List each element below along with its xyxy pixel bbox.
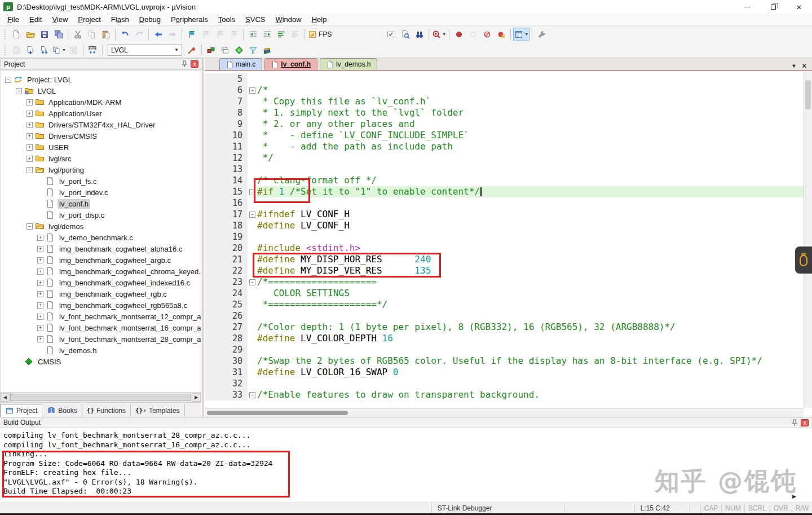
editor-tab-lv_conf.h[interactable]: lv_conf.h [264, 58, 317, 70]
tree-item[interactable]: +Drivers/CMSIS [1, 130, 201, 142]
code-line-24[interactable]: 24 COLOR SETTINGS [205, 288, 804, 299]
fold-collapse-icon[interactable]: − [249, 189, 255, 195]
manage-rte-button[interactable] [204, 43, 218, 57]
expander-icon[interactable]: − [27, 167, 33, 173]
code-editor[interactable]: 56−/*7 * Copy this file as `lv_conf.h`8 … [205, 71, 804, 408]
tree-item[interactable]: +Drivers/STM32F4xx_HAL_Driver [1, 119, 201, 130]
editor-tab-lv_demos.h[interactable]: lv_demos.h [320, 58, 377, 70]
bookmark-next-button[interactable] [198, 28, 213, 41]
batch-build-button[interactable]: ▼ [51, 43, 67, 57]
select-packs-button[interactable] [246, 43, 261, 57]
cut-button[interactable] [70, 28, 85, 41]
code-line-31[interactable]: 31#define LV_COLOR_16_SWAP 0 [205, 367, 804, 378]
code-line-32[interactable]: 32 [205, 378, 804, 389]
fps-tool-button[interactable]: FPS [307, 28, 332, 41]
expander-icon[interactable]: + [27, 99, 33, 105]
code-line-14[interactable]: 14/* clang-format off */ [205, 175, 804, 186]
menu-debug[interactable]: Debug [134, 14, 166, 25]
find-in-files-button[interactable] [398, 28, 412, 41]
tree-item[interactable]: +lv_font_bechmark_montserrat_16_compr_az… [1, 322, 201, 333]
navigate-back-button[interactable] [151, 28, 165, 41]
debug-windows-button[interactable]: ▼ [513, 28, 529, 41]
expander-icon[interactable]: + [37, 280, 43, 286]
code-line-26[interactable]: 26 [205, 310, 804, 322]
mouse-tool-overlay-icon[interactable] [795, 247, 812, 274]
close-button[interactable]: × [786, 0, 812, 14]
code-line-30[interactable]: 30/*Swap the 2 bytes of RGB565 color. Us… [205, 355, 804, 367]
pin-icon[interactable] [791, 419, 798, 426]
code-line-16[interactable]: 16 [205, 197, 804, 209]
find-combo[interactable] [384, 28, 398, 41]
scrollbar-thumb[interactable] [805, 80, 811, 109]
code-line-7[interactable]: 7 * Copy this file as `lv_conf.h` [205, 96, 804, 107]
expander-icon[interactable]: + [37, 268, 43, 275]
fold-collapse-icon[interactable]: − [249, 87, 255, 94]
expander-icon[interactable]: + [37, 314, 43, 320]
new-file-button[interactable] [9, 28, 23, 41]
scrollbar-thumb[interactable] [207, 411, 348, 415]
expander-icon[interactable]: + [27, 144, 33, 151]
chevron-down-icon[interactable]: ▼ [62, 48, 66, 52]
tree-item[interactable]: +lv_font_bechmark_montserrat_12_compr_az… [1, 311, 201, 322]
tree-item[interactable]: +USER [1, 142, 201, 153]
bookmark-toggle-button[interactable] [184, 28, 198, 41]
tree-item[interactable]: −LVGL [1, 85, 201, 96]
code-line-6[interactable]: 6−/* [205, 85, 804, 96]
build-output-close-icon[interactable]: x [801, 419, 809, 426]
code-line-23[interactable]: 23−/*==================== [205, 276, 804, 288]
expander-icon[interactable]: + [27, 156, 33, 162]
tree-item[interactable]: lv_demos.h [1, 345, 201, 356]
chevron-down-icon[interactable]: ▼ [174, 47, 179, 52]
configure-button[interactable] [535, 28, 549, 41]
restore-button[interactable] [760, 0, 786, 14]
stop-build-button[interactable] [67, 43, 81, 57]
code-line-9[interactable]: 9 * 2. or any other places and [205, 118, 804, 130]
expander-icon[interactable]: + [37, 235, 43, 241]
pin-icon[interactable] [181, 60, 188, 68]
fold-collapse-icon[interactable]: − [249, 392, 255, 398]
expander-icon[interactable]: + [37, 246, 43, 252]
tree-item[interactable]: +lvgl/src [1, 153, 201, 164]
code-line-8[interactable]: 8 * 1. simply next to the `lvgl` folder [205, 107, 804, 118]
translate-button[interactable] [9, 43, 23, 57]
code-line-15[interactable]: 15−#if 1 /*Set it to "1" to enable conte… [205, 186, 804, 197]
manage-target-options-button[interactable] [185, 43, 199, 57]
open-file-button[interactable] [23, 28, 37, 41]
tree-item[interactable]: +lv_font_bechmark_montserrat_28_compr_az… [1, 333, 201, 345]
scrollbar-thumb[interactable] [10, 394, 191, 401]
indent-right-button[interactable] [260, 28, 274, 41]
tree-item[interactable]: +lv_demo_benchmark.c [1, 232, 201, 243]
enable-breakpoint-button[interactable] [466, 28, 480, 41]
expander-icon[interactable]: + [37, 325, 43, 331]
search-button[interactable]: ▼ [431, 28, 447, 41]
save-button[interactable] [37, 28, 51, 41]
copy-button[interactable] [85, 28, 99, 41]
project-horizontal-scrollbar[interactable]: ◀ ▶ [0, 393, 201, 402]
project-panel-close-icon[interactable]: x [191, 60, 198, 68]
editor-horizontal-scrollbar[interactable] [205, 408, 804, 417]
books-button[interactable] [261, 43, 275, 57]
uncomment-button[interactable] [288, 28, 302, 41]
expander-icon[interactable]: + [27, 111, 33, 117]
target-select[interactable]: LVGL▼ [108, 45, 182, 56]
menu-project[interactable]: Project [73, 14, 105, 25]
tab-list-dropdown-icon[interactable]: ▼ [791, 63, 796, 69]
find-button[interactable] [412, 28, 426, 41]
tree-item[interactable]: +Application/MDK-ARM [1, 96, 201, 108]
tree-item[interactable]: +img_benchmark_cogwheel_chroma_keyed.c [1, 266, 201, 277]
tree-item[interactable]: lv_port_indev.c [1, 187, 201, 198]
save-all-button[interactable] [51, 28, 65, 41]
menu-window[interactable]: Window [270, 14, 306, 25]
code-line-19[interactable]: 19 [205, 231, 804, 243]
undo-button[interactable] [118, 28, 132, 41]
menu-edit[interactable]: Edit [24, 14, 47, 25]
paste-button[interactable] [99, 28, 113, 41]
chevron-down-icon[interactable]: ▼ [442, 32, 446, 36]
expander-icon[interactable]: + [37, 336, 43, 342]
code-line-5[interactable]: 5 [205, 73, 804, 85]
tree-item[interactable]: +img_benchmark_cogwheel_argb.c [1, 254, 201, 266]
expander-icon[interactable]: + [37, 257, 43, 263]
build-button[interactable] [23, 43, 37, 57]
chevron-down-icon[interactable]: ▼ [524, 32, 528, 36]
tree-item[interactable]: −lvgl/demos [1, 221, 201, 232]
